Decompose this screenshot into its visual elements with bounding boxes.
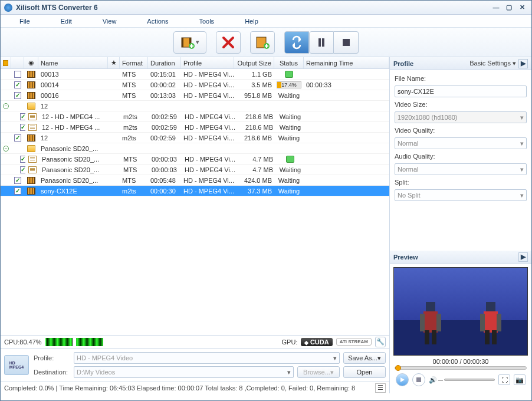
add-file-button[interactable]: ▾ [173, 31, 206, 54]
close-button[interactable]: ✕ [516, 3, 528, 12]
ready-icon [286, 156, 294, 163]
collapse-icon[interactable]: − [3, 146, 9, 152]
basic-settings-toggle[interactable]: Basic Settings ▾ [469, 60, 516, 67]
table-row[interactable]: 12 - HD - MPEG4 ...m2ts00:02:59HD - MPEG… [1, 122, 389, 133]
add-profile-button[interactable] [250, 31, 275, 54]
row-checkbox[interactable] [14, 188, 21, 195]
table-row[interactable]: 00014MTS00:00:02HD - MPEG4 Vi...3.5 MB17… [1, 80, 389, 90]
col-output-size[interactable]: Output Size [234, 57, 274, 68]
fullscreen-icon[interactable]: ⛶ [498, 374, 510, 385]
table-row[interactable]: 12m2ts00:02:59HD - MPEG4 Vi...218.6 MBWa… [1, 133, 389, 143]
row-name: 00016 [38, 90, 108, 100]
row-checkbox[interactable] [20, 113, 25, 120]
videoq-select[interactable]: Normal▾ [395, 137, 527, 149]
menu-tools[interactable]: Tools [191, 17, 222, 26]
menu-edit[interactable]: Edit [52, 17, 80, 26]
col-status[interactable]: Status [274, 57, 304, 68]
col-star[interactable]: ★ [108, 57, 120, 68]
col-profile[interactable]: Profile [181, 57, 234, 68]
row-checkbox[interactable] [20, 124, 25, 131]
settings-icon[interactable]: 🔧 [375, 337, 386, 347]
open-button[interactable]: Open [343, 366, 386, 378]
expand-all-icon[interactable] [3, 60, 8, 66]
doc-icon [28, 156, 37, 163]
destination-label: Destination: [34, 369, 70, 376]
table-row[interactable]: 00016MTS00:13:03HD - MPEG4 Vi...951.8 MB… [1, 90, 389, 101]
snapshot-icon[interactable]: 📷 [514, 374, 526, 385]
app-icon [4, 4, 12, 12]
row-checkbox[interactable] [14, 134, 21, 142]
videosize-select[interactable]: 1920x1080 (hd1080)▾ [395, 111, 527, 123]
destination-select[interactable]: D:\My Videos▾ [74, 366, 294, 378]
film-icon [27, 81, 35, 88]
folder-icon [27, 145, 35, 152]
row-checkbox[interactable] [20, 156, 25, 163]
pause-button[interactable] [309, 31, 334, 54]
audioq-select[interactable]: Normal▾ [395, 163, 527, 175]
filename-input[interactable] [395, 86, 527, 97]
menu-file[interactable]: File [11, 17, 38, 26]
film-icon [27, 92, 35, 99]
output-settings: HDMPEG4 Profile: HD - MPEG4 Video▾ Save … [1, 348, 389, 382]
film-icon [27, 134, 35, 142]
col-format[interactable]: Format [120, 57, 148, 68]
file-list[interactable]: 00013MTS00:15:01HD - MPEG4 Vi...1.1 GB00… [1, 69, 389, 335]
filename-label: File Name: [395, 75, 527, 82]
table-row[interactable]: −Panasonic SD20_... [1, 143, 389, 154]
remove-button[interactable] [216, 31, 241, 54]
row-name: Panasonic SD20_... [40, 165, 109, 175]
row-name: 12 [38, 101, 108, 111]
table-row[interactable]: Panasonic SD20_...MTS00:00:03HD - MPEG4 … [1, 154, 389, 165]
folder-icon [27, 103, 35, 110]
row-checkbox[interactable] [14, 71, 21, 78]
menu-view[interactable]: View [94, 17, 125, 26]
row-name: 12 - HD - MPEG4 ... [40, 122, 109, 132]
cpu-graph-2 [76, 338, 103, 346]
progress-bar: 17.4% [277, 81, 301, 88]
collapse-icon[interactable]: − [3, 103, 9, 109]
table-row[interactable]: −12 [1, 101, 389, 111]
row-name: Panasonic SD20_... [38, 143, 108, 153]
film-icon [27, 188, 35, 195]
stop-preview-button[interactable] [412, 373, 425, 386]
expand-profile-icon[interactable]: ▶ [518, 59, 528, 68]
row-checkbox[interactable] [14, 81, 21, 88]
browse-button[interactable]: Browse... ▾ [297, 366, 340, 378]
minimize-button[interactable]: — [490, 3, 502, 12]
row-checkbox[interactable] [14, 177, 21, 184]
menu-actions[interactable]: Actions [139, 17, 176, 26]
row-checkbox[interactable] [14, 92, 21, 99]
table-row[interactable]: Panasonic SD20_...MTS00:05:48HD - MPEG4 … [1, 175, 389, 186]
table-row[interactable]: 00013MTS00:15:01HD - MPEG4 Vi...1.1 GB [1, 69, 389, 80]
table-row[interactable]: 12 - HD - MPEG4 ...m2ts00:02:59HD - MPEG… [1, 111, 389, 122]
col-icon[interactable]: ◉ [24, 57, 38, 68]
volume-slider[interactable] [444, 379, 495, 381]
profile-form: File Name: Video Size: 1920x1080 (hd1080… [390, 70, 531, 206]
ready-icon [285, 71, 293, 78]
stop-button[interactable] [334, 31, 359, 54]
column-headers: ◉ Name ★ Format Duration Profile Output … [1, 57, 389, 69]
row-name: 12 - HD - MPEG4 ... [40, 111, 109, 121]
profile-select[interactable]: HD - MPEG4 Video▾ [74, 352, 340, 364]
menu-help[interactable]: Help [237, 17, 267, 26]
svg-rect-8 [343, 39, 350, 46]
maximize-button[interactable]: ▢ [503, 3, 515, 12]
row-name: sony-CX12E [38, 186, 108, 196]
col-remaining[interactable]: Remaining Time [304, 57, 389, 68]
expand-preview-icon[interactable]: ▶ [518, 252, 528, 262]
status-text: Completed: 0.0% | Time Remaining: 06:45:… [4, 384, 355, 392]
convert-button[interactable] [284, 31, 309, 54]
split-select[interactable]: No Split▾ [395, 189, 527, 201]
table-row[interactable]: Panasonic SD20_...MTS00:00:03HD - MPEG4 … [1, 165, 389, 175]
play-button[interactable] [396, 373, 409, 386]
volume-icon[interactable]: 🔊 [429, 376, 437, 384]
profile-label: Profile: [34, 354, 70, 361]
row-checkbox[interactable] [20, 166, 25, 173]
videosize-label: Video Size: [395, 101, 527, 108]
saveas-button[interactable]: Save As... ▾ [343, 352, 386, 364]
col-duration[interactable]: Duration [148, 57, 181, 68]
table-row[interactable]: sony-CX12Em2ts00:00:30HD - MPEG4 Vi...37… [1, 186, 389, 196]
col-name[interactable]: Name [38, 57, 108, 68]
log-icon[interactable]: ☰ [375, 383, 386, 393]
seek-bar[interactable] [395, 366, 527, 370]
